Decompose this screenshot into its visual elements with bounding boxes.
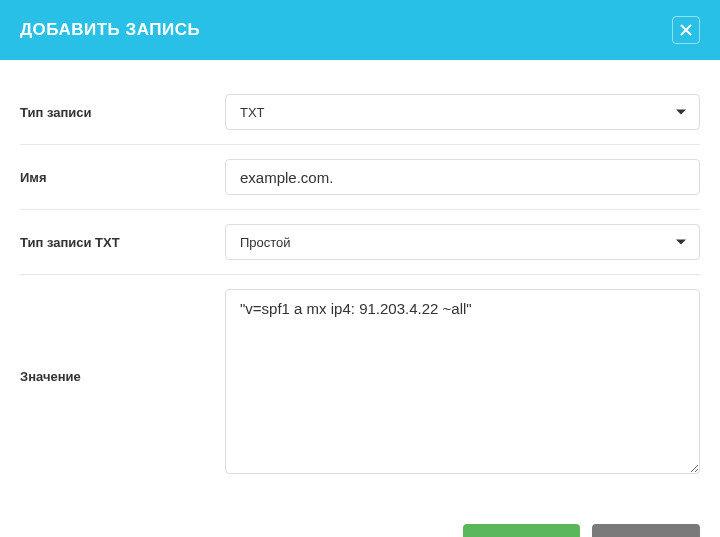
close-footer-button[interactable]: ЗАКРЫТЬ	[592, 524, 700, 537]
close-icon	[678, 22, 694, 38]
record-type-value: TXT	[240, 105, 265, 120]
modal-title: ДОБАВИТЬ ЗАПИСЬ	[20, 20, 200, 40]
name-label: Имя	[20, 170, 225, 185]
name-input[interactable]	[225, 159, 700, 195]
add-record-modal: ДОБАВИТЬ ЗАПИСЬ Тип записи TXT Имя	[0, 0, 720, 537]
modal-footer: ДОБАВИТЬ ЗАКРЫТЬ	[0, 512, 720, 537]
modal-body: Тип записи TXT Имя Тип записи TXT Просто	[0, 60, 720, 512]
form-row-txt-type: Тип записи TXT Простой	[20, 210, 700, 275]
form-row-value: Значение	[20, 275, 700, 492]
value-label: Значение	[20, 289, 225, 384]
txt-type-select[interactable]: Простой	[225, 224, 700, 260]
txt-type-label: Тип записи TXT	[20, 235, 225, 250]
modal-header: ДОБАВИТЬ ЗАПИСЬ	[0, 0, 720, 60]
chevron-down-icon	[675, 105, 687, 120]
record-type-select[interactable]: TXT	[225, 94, 700, 130]
close-button[interactable]	[672, 16, 700, 44]
value-textarea[interactable]	[225, 289, 700, 474]
record-type-label: Тип записи	[20, 105, 225, 120]
add-button[interactable]: ДОБАВИТЬ	[463, 524, 581, 537]
form-row-name: Имя	[20, 145, 700, 210]
chevron-down-icon	[675, 235, 687, 250]
form-row-record-type: Тип записи TXT	[20, 80, 700, 145]
txt-type-value: Простой	[240, 235, 291, 250]
